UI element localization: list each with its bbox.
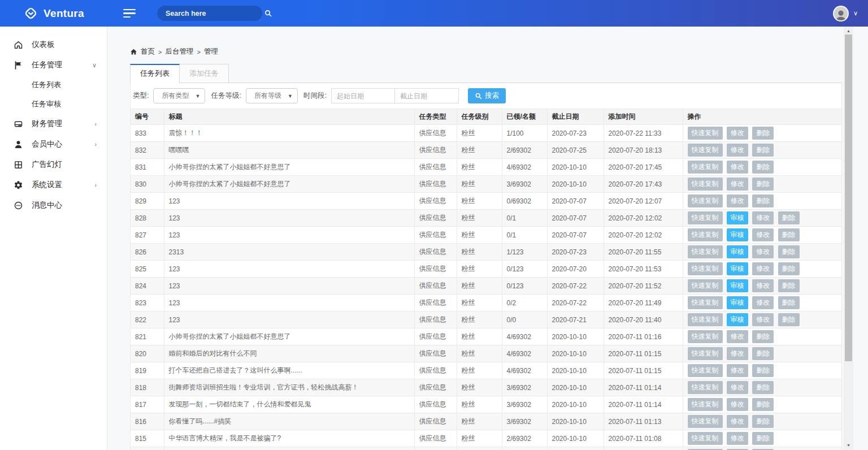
quick-copy-button[interactable]: 快速复制 [688, 279, 723, 292]
sidebar-item-member-center[interactable]: 会员中心 › [0, 134, 107, 154]
edit-button[interactable]: 修改 [752, 245, 774, 258]
quick-copy-button[interactable]: 快速复制 [688, 194, 723, 207]
type-select[interactable]: 所有类型▼ [153, 88, 205, 103]
delete-button[interactable]: 删除 [778, 279, 800, 292]
edit-button[interactable]: 修改 [727, 161, 748, 174]
sidebar-item-system-settings[interactable]: 系统设置 › [0, 175, 107, 195]
scroll-down-arrow-icon[interactable]: ▼ [844, 441, 853, 449]
edit-button[interactable]: 修改 [752, 211, 774, 224]
audit-button[interactable]: 审核 [727, 245, 748, 258]
edit-button[interactable]: 修改 [727, 415, 748, 428]
edit-button[interactable]: 修改 [727, 364, 748, 377]
delete-button[interactable]: 删除 [778, 211, 800, 224]
scroll-up-arrow-icon[interactable]: ▲ [844, 27, 853, 34]
delete-button[interactable]: 删除 [778, 228, 800, 241]
brand[interactable]: Ventura [0, 6, 107, 21]
delete-button[interactable]: 删除 [752, 364, 774, 377]
delete-button[interactable]: 删除 [752, 178, 774, 191]
sidebar-item-task-management[interactable]: 任务管理 ∨ [0, 55, 107, 75]
edit-button[interactable]: 修改 [752, 296, 774, 309]
delete-button[interactable]: 删除 [752, 194, 774, 207]
header-search-input[interactable] [166, 10, 264, 18]
quick-copy-button[interactable]: 快速复制 [688, 381, 723, 394]
user-menu-chevron-icon[interactable]: ∨ [853, 10, 858, 17]
end-date-input[interactable] [395, 88, 459, 103]
quick-copy-button[interactable]: 快速复制 [688, 296, 723, 309]
breadcrumb-admin[interactable]: 后台管理 [165, 47, 193, 57]
delete-button[interactable]: 删除 [778, 262, 800, 275]
sidebar-item-finance[interactable]: 财务管理 › [0, 114, 107, 134]
edit-button[interactable]: 修改 [727, 330, 748, 343]
edit-button[interactable]: 修改 [727, 178, 748, 191]
search-icon[interactable] [264, 9, 272, 18]
user-avatar[interactable] [833, 6, 849, 21]
edit-button[interactable]: 修改 [752, 313, 774, 326]
delete-button[interactable]: 删除 [752, 144, 774, 157]
edit-button[interactable]: 修改 [727, 127, 748, 140]
audit-button[interactable]: 审核 [727, 211, 748, 224]
quick-copy-button[interactable]: 快速复制 [688, 211, 723, 224]
task-actions: 快速复制 审核 修改 删除 [683, 278, 841, 295]
sidebar-item-message-center[interactable]: 消息中心 [0, 195, 107, 215]
delete-button[interactable]: 删除 [778, 245, 800, 258]
level-select[interactable]: 所有等级▼ [246, 88, 298, 103]
quick-copy-button[interactable]: 快速复制 [688, 245, 723, 258]
quick-copy-button[interactable]: 快速复制 [688, 228, 723, 241]
quick-copy-button[interactable]: 快速复制 [688, 347, 723, 360]
delete-button[interactable]: 删除 [752, 127, 774, 140]
start-date-input[interactable] [331, 88, 395, 103]
audit-button[interactable]: 审核 [727, 262, 748, 275]
sidebar-item-ad-slides[interactable]: 广告幻灯 [0, 154, 107, 175]
audit-button[interactable]: 审核 [727, 279, 748, 292]
edit-button[interactable]: 修改 [727, 144, 748, 157]
sidebar-subitem-task-list[interactable]: 任务列表 [0, 75, 107, 94]
delete-button[interactable]: 删除 [752, 347, 774, 360]
audit-button[interactable]: 审核 [727, 228, 748, 241]
delete-button[interactable]: 删除 [778, 313, 800, 326]
quick-copy-button[interactable]: 快速复制 [688, 432, 723, 445]
edit-button[interactable]: 修改 [727, 398, 748, 411]
delete-button[interactable]: 删除 [752, 398, 774, 411]
edit-button[interactable]: 修改 [752, 228, 774, 241]
scrollbar-thumb[interactable] [845, 34, 852, 361]
quick-copy-button[interactable]: 快速复制 [688, 127, 723, 140]
vertical-scrollbar[interactable]: ▲ ▼ [844, 27, 853, 450]
edit-button[interactable]: 修改 [727, 347, 748, 360]
quick-copy-button[interactable]: 快速复制 [688, 330, 723, 343]
task-actions: 快速复制 修改 删除 [683, 413, 841, 430]
edit-button[interactable]: 修改 [752, 262, 774, 275]
quick-copy-button[interactable]: 快速复制 [688, 144, 723, 157]
quick-copy-button[interactable]: 快速复制 [688, 364, 723, 377]
delete-button[interactable]: 删除 [752, 415, 774, 428]
delete-button[interactable]: 删除 [778, 296, 800, 309]
quick-copy-button[interactable]: 快速复制 [688, 262, 723, 275]
task-actions: 快速复制 修改 删除 [683, 447, 841, 450]
edit-button[interactable]: 修改 [727, 381, 748, 394]
audit-button[interactable]: 审核 [727, 296, 748, 309]
delete-button[interactable]: 删除 [752, 330, 774, 343]
quick-copy-button[interactable]: 快速复制 [688, 415, 723, 428]
breadcrumb-home[interactable]: 首页 [141, 47, 155, 57]
edit-button[interactable]: 修改 [752, 279, 774, 292]
breadcrumb-manage[interactable]: 管理 [204, 47, 218, 57]
delete-button[interactable]: 删除 [752, 161, 774, 174]
table-row: 822 123 供应信息 粉丝 0/0 2020-07-21 2020-07-2… [131, 311, 841, 328]
header-search[interactable] [157, 6, 262, 21]
tab-add-task[interactable]: 添加任务 [180, 64, 229, 83]
delete-button[interactable]: 删除 [752, 432, 774, 445]
quick-copy-button[interactable]: 快速复制 [688, 178, 723, 191]
quick-copy-button[interactable]: 快速复制 [688, 161, 723, 174]
task-id: 833 [131, 125, 164, 142]
quick-copy-button[interactable]: 快速复制 [688, 313, 723, 326]
sidebar-subitem-task-audit[interactable]: 任务审核 [0, 94, 107, 114]
hamburger-menu-icon[interactable] [123, 9, 137, 18]
quick-copy-button[interactable]: 快速复制 [688, 398, 723, 411]
edit-button[interactable]: 修改 [727, 432, 748, 445]
delete-button[interactable]: 删除 [752, 381, 774, 394]
edit-button[interactable]: 修改 [727, 194, 748, 207]
audit-button[interactable]: 审核 [727, 313, 748, 326]
task-actions: 快速复制 修改 删除 [683, 193, 841, 210]
tab-task-list[interactable]: 任务列表 [130, 64, 180, 83]
search-button[interactable]: 搜索 [468, 88, 506, 103]
sidebar-item-dashboard[interactable]: 仪表板 [0, 34, 107, 55]
